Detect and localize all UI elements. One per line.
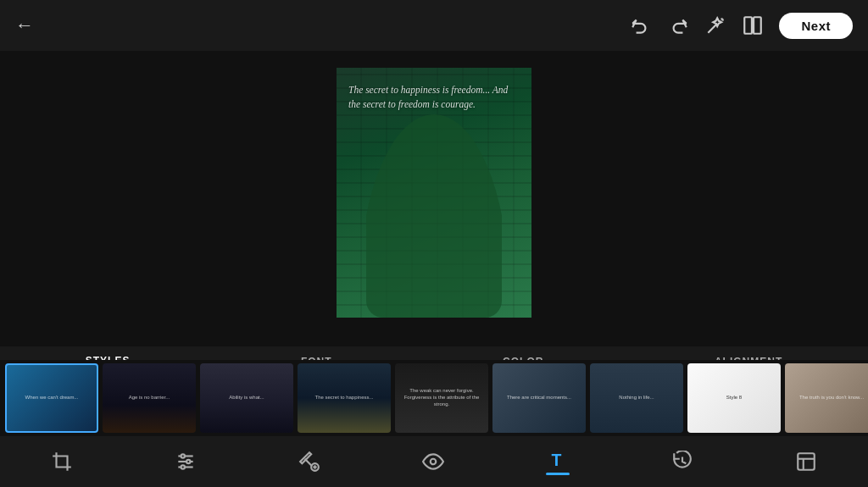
text-button[interactable]: T [537, 445, 578, 479]
crop-button[interactable] [42, 447, 81, 476]
style-thumb-inner-1: Age is no barrier... [103, 363, 196, 433]
style-thumb-8[interactable]: The truth is you don't know... [785, 363, 868, 433]
style-thumb-text-8: The truth is you don't know... [799, 395, 864, 401]
bottom-toolbar: T [0, 436, 868, 487]
style-thumb-0[interactable]: When we can't dream... [5, 363, 98, 433]
style-thumb-inner-2: Ability is what... [200, 363, 293, 433]
style-thumb-text-4: The weak can never forgive. Forgiveness … [400, 388, 483, 407]
style-thumb-text-5: There are critical moments... [507, 395, 571, 401]
export-icon-frame [798, 453, 815, 470]
filter-button[interactable] [414, 447, 453, 476]
style-thumb-4[interactable]: The weak can never forgive. Forgiveness … [395, 363, 488, 433]
filter-pupil [431, 459, 437, 465]
photo-background: The secret to happiness is freedom... An… [337, 68, 531, 318]
undo-button[interactable] [630, 14, 652, 36]
text-active-indicator [546, 473, 570, 475]
text-icon: T [551, 451, 561, 469]
style-thumb-text-3: The secret to happiness... [314, 395, 373, 401]
photo-text-overlay: The secret to happiness is freedom... An… [348, 83, 520, 113]
compare-right [754, 17, 762, 34]
style-thumb-inner-3: The secret to happiness... [298, 363, 391, 433]
top-bar: ← [0, 0, 868, 51]
style-thumb-text-1: Age is no barrier... [129, 395, 170, 401]
style-thumb-inner-4: The weak can never forgive. Forgiveness … [395, 363, 488, 433]
style-thumb-text-0: When we can't dream... [25, 395, 79, 401]
styles-strip: When we can't dream... Age is no barrier… [0, 360, 868, 436]
adjust-icon-circle3 [181, 465, 185, 468]
top-bar-left: ← [15, 14, 34, 36]
export-button[interactable] [787, 447, 826, 476]
compare-button[interactable] [742, 14, 764, 36]
adjust-icon-circle2 [186, 460, 190, 463]
magic-button[interactable] [704, 14, 726, 36]
history-clock-hands [682, 457, 686, 464]
compare-left [745, 17, 753, 34]
style-thumb-text-6: Nothing in life... [619, 395, 654, 401]
person-silhouette [366, 114, 502, 318]
retouch-button[interactable] [290, 447, 329, 476]
retouch-icon [300, 452, 311, 463]
style-thumb-text-2: Ability is what... [229, 395, 264, 401]
next-button[interactable]: Next [779, 13, 853, 39]
style-thumb-text-7: Style 8 [726, 395, 742, 401]
style-thumb-inner-8: The truth is you don't know... [785, 363, 868, 433]
adjust-icon-circle1 [181, 454, 185, 457]
style-thumb-inner-5: There are critical moments... [492, 363, 586, 433]
redo-button[interactable] [667, 14, 689, 36]
history-icon-arrow [674, 453, 680, 459]
style-thumb-5[interactable]: There are critical moments... [492, 363, 586, 433]
style-thumb-6[interactable]: Nothing in life... [590, 363, 683, 433]
photo-frame: The secret to happiness is freedom... An… [337, 68, 531, 318]
style-thumb-inner-6: Nothing in life... [590, 363, 683, 433]
crop-icon-2 [53, 457, 67, 471]
magic-star [714, 18, 722, 26]
crop-icon [57, 452, 71, 467]
style-thumb-inner-7: Style 8 [687, 363, 781, 433]
style-thumb-3[interactable]: The secret to happiness... [298, 363, 391, 433]
back-button[interactable]: ← [15, 14, 34, 36]
history-button[interactable] [663, 447, 702, 476]
style-thumb-2[interactable]: Ability is what... [200, 363, 293, 433]
adjust-button[interactable] [166, 447, 205, 476]
style-thumb-1[interactable]: Age is no barrier... [103, 363, 196, 433]
top-bar-right: Next [630, 13, 853, 39]
style-thumb-inner-0: When we can't dream... [7, 365, 97, 431]
filter-icon [423, 454, 443, 468]
canvas-area: The secret to happiness is freedom... An… [0, 51, 868, 335]
style-thumb-7[interactable]: Style 8 [687, 363, 781, 433]
